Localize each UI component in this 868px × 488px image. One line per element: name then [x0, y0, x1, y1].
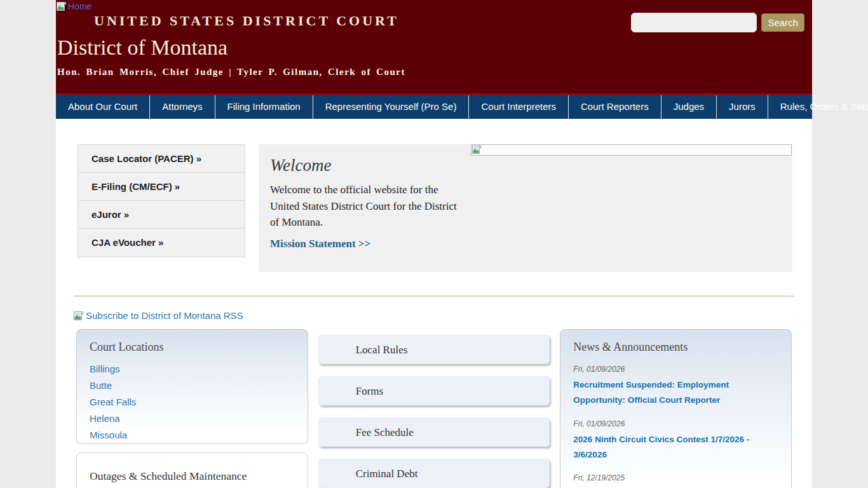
column-resources: Local Rules Forms Fee Schedule Criminal … — [318, 329, 550, 488]
quick-link-pacer[interactable]: Case Locator (PACER) » — [78, 145, 245, 173]
main-nav: About Our Court Attorneys Filing Informa… — [56, 95, 812, 119]
welcome-panel: Welcome Welcome to the official website … — [259, 144, 792, 272]
location-link-great-falls[interactable]: Great Falls — [90, 396, 308, 407]
outages-title: Outages & Scheduled Maintenance — [90, 470, 295, 483]
news-title: News & Announcements — [573, 341, 778, 354]
outages-panel: Outages & Scheduled Maintenance — [76, 452, 308, 488]
quick-links-menu: Case Locator (PACER) » E-Filing (CM/ECF)… — [78, 144, 245, 257]
welcome-paragraph: Welcome to the official website for the … — [270, 182, 466, 231]
court-locations-title: Court Locations — [90, 341, 308, 354]
location-link-missoula[interactable]: Missoula — [90, 430, 308, 440]
location-link-helena[interactable]: Helena — [90, 413, 308, 424]
search-input[interactable] — [631, 13, 757, 32]
nav-court-interpreters[interactable]: Court Interpreters — [469, 95, 569, 119]
news-item: Fri, 01/09/2026 Recruitment Suspended: E… — [573, 365, 778, 409]
news-item-link[interactable]: 2026 Ninth Circuit Civics Contest 1/7/20… — [573, 432, 778, 463]
news-item-link[interactable]: Recruitment Suspended: Employment Opport… — [573, 377, 778, 409]
section-divider — [74, 295, 794, 297]
nav-court-reporters[interactable]: Court Reporters — [569, 95, 661, 119]
nav-representing-yourself[interactable]: Representing Yourself (Pro Se) — [313, 95, 470, 119]
fee-schedule-button[interactable]: Fee Schedule — [318, 417, 550, 447]
news-item-date: Fri, 01/09/2026 — [573, 365, 778, 374]
broken-image-icon — [472, 145, 482, 154]
quick-link-efiling[interactable]: E-Filing (CM/ECF) » — [78, 173, 245, 201]
location-link-billings[interactable]: Billings — [90, 363, 308, 374]
search-button[interactable]: Search — [761, 13, 804, 32]
location-link-butte[interactable]: Butte — [90, 380, 308, 391]
court-locations-panel: Court Locations Billings Butte Great Fal… — [76, 329, 308, 444]
quick-link-cja-evoucher[interactable]: CJA eVoucher » — [78, 229, 245, 257]
district-title: District of Montana — [57, 36, 227, 60]
home-link-label: Home — [68, 1, 92, 11]
quick-link-ejuror[interactable]: eJuror » — [78, 201, 245, 229]
page-container: Home UNITED STATES DISTRICT COURT Distri… — [56, 0, 812, 488]
local-rules-button[interactable]: Local Rules — [318, 335, 550, 364]
top-content-row: Case Locator (PACER) » E-Filing (CM/ECF)… — [56, 119, 812, 272]
news-item-date: Fri, 12/19/2025 — [573, 473, 778, 482]
nav-judges[interactable]: Judges — [661, 95, 717, 119]
news-panel: News & Announcements Fri, 01/09/2026 Rec… — [560, 329, 792, 488]
forms-button[interactable]: Forms — [318, 376, 550, 405]
criminal-debt-button[interactable]: Criminal Debt — [318, 459, 550, 488]
news-item-date: Fri, 01/09/2026 — [573, 419, 778, 428]
home-link[interactable]: Home — [57, 1, 92, 11]
site-header: Home UNITED STATES DISTRICT COURT Distri… — [56, 0, 812, 95]
welcome-heading: Welcome — [270, 156, 466, 175]
welcome-content: Welcome Welcome to the official website … — [259, 144, 478, 261]
nav-rules-orders-statutes[interactable]: Rules, Orders & Statutes — [768, 95, 868, 119]
news-item: Fri, 12/19/2025 — [573, 473, 778, 482]
nav-jurors[interactable]: Jurors — [717, 95, 768, 119]
nav-attorneys[interactable]: Attorneys — [150, 95, 215, 119]
rss-link-label: Subscribe to District of Montana RSS — [86, 310, 243, 321]
broken-image-icon — [57, 1, 67, 11]
column-news: News & Announcements Fri, 01/09/2026 Rec… — [560, 329, 792, 488]
nav-filing-information[interactable]: Filing Information — [215, 95, 313, 119]
column-locations: Court Locations Billings Butte Great Fal… — [76, 329, 308, 488]
rss-subscribe-link[interactable]: Subscribe to District of Montana RSS — [74, 310, 243, 321]
officials-line: Hon. Brian Morris, Chief Judge | Tyler P… — [57, 67, 405, 78]
court-type-title: UNITED STATES DISTRICT COURT — [94, 13, 399, 29]
bottom-columns: Court Locations Billings Butte Great Fal… — [76, 329, 792, 488]
banner-image-placeholder — [471, 144, 792, 156]
mission-statement-link[interactable]: Mission Statement >> — [270, 238, 370, 250]
search-area: Search — [631, 13, 804, 32]
news-item: Fri, 01/09/2026 2026 Ninth Circuit Civic… — [573, 419, 778, 463]
broken-image-icon — [74, 311, 84, 321]
nav-about-our-court[interactable]: About Our Court — [56, 95, 150, 119]
